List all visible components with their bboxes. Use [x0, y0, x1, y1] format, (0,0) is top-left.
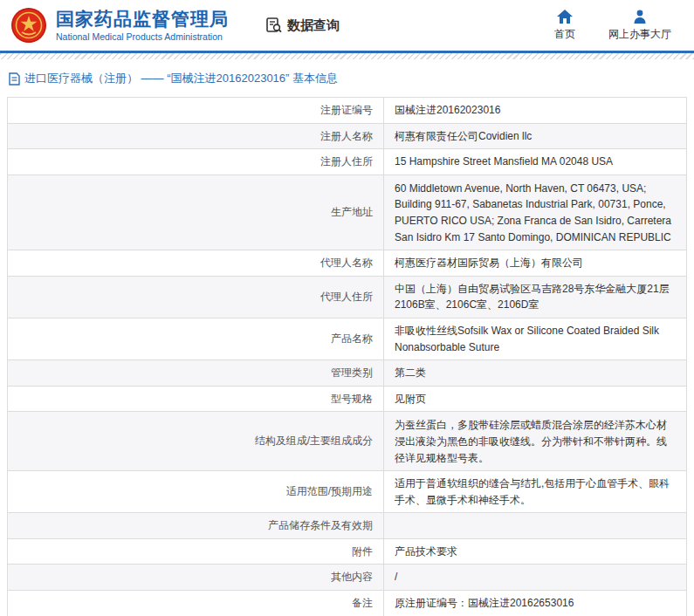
field-label: 注册证编号 — [8, 98, 383, 123]
row-attachment: 附件 产品技术要求 — [8, 539, 686, 565]
field-value: 15 Hampshire Street Mansfield MA 02048 U… — [383, 149, 686, 175]
row-agent-name: 代理人名称 柯惠医疗器材国际贸易（上海）有限公司 — [8, 250, 686, 277]
top-nav: 首页 网上办事大厅 — [554, 10, 671, 42]
field-value — [383, 513, 686, 538]
field-value: 见附页 — [383, 387, 686, 412]
field-label: 产品名称 — [8, 318, 383, 359]
national-emblem-icon — [10, 7, 47, 44]
field-label: 适用范围/预期用途 — [8, 471, 383, 512]
field-value: / — [383, 565, 686, 590]
field-value: 柯惠医疗器材国际贸易（上海）有限公司 — [383, 250, 686, 276]
field-value: 中国（上海）自由贸易试验区马吉路28号东华金融大厦21层2106B室、2106C… — [383, 277, 686, 318]
field-label: 其他内容 — [8, 565, 383, 590]
row-product-name: 产品名称 非吸收性丝线Sofsilk Wax or Silicone Coate… — [8, 318, 686, 360]
field-label: 生产地址 — [8, 175, 383, 250]
nmpa-emblem-logo[interactable] — [10, 7, 47, 44]
field-label: 结构及组成/主要组成成分 — [8, 412, 383, 470]
field-label: 产品储存条件及有效期 — [8, 513, 383, 538]
field-value: 非吸收性丝线Sofsilk Wax or Silicone Coated Bra… — [383, 318, 686, 359]
nav-online-hall-label: 网上办事大厅 — [608, 27, 671, 42]
field-value: 第二类 — [383, 360, 686, 386]
field-value: 适用于普通软组织的缝合与结扎,包括用于心血管手术、眼科手术、显微手术和神经手术。 — [383, 471, 686, 512]
field-value: 国械注进20162023016 — [383, 98, 686, 123]
row-management-class: 管理类别 第二类 — [8, 360, 686, 387]
registration-info-table: 注册证编号 国械注进20162023016 注册人名称 柯惠有限责任公司Covi… — [7, 97, 687, 616]
field-label: 型号规格 — [8, 387, 383, 412]
breadcrumb: 进口医疗器械（注册） —— “国械注进20162023016” 基本信息 — [0, 59, 694, 97]
row-agent-address: 代理人住所 中国（上海）自由贸易试验区马吉路28号东华金融大厦21层2106B室… — [8, 277, 686, 318]
agency-name-en: National Medical Products Administration — [56, 31, 229, 42]
field-value: 为蚕丝蛋白，多股带硅涂层或蜡质混合涂层的经洋苏木心材浸出液染为黑色的非吸收缝线。… — [383, 412, 686, 470]
field-value: 60 Middletown Avenue, North Haven, CT 06… — [383, 175, 686, 250]
row-storage-validity: 产品储存条件及有效期 — [8, 513, 686, 539]
nav-item-online-hall[interactable]: 网上办事大厅 — [608, 10, 671, 42]
row-registrant-address: 注册人住所 15 Hampshire Street Mansfield MA 0… — [8, 149, 686, 175]
agency-name-cn: 国家药品监督管理局 — [56, 9, 229, 29]
nav-item-home[interactable]: 首页 — [554, 10, 575, 42]
field-value: 产品技术要求 — [383, 539, 686, 565]
field-label: 注册人住所 — [8, 149, 383, 175]
home-icon — [557, 10, 573, 24]
person-icon — [633, 10, 647, 24]
agency-title-block: 国家药品监督管理局 National Medical Products Admi… — [56, 9, 229, 41]
field-label: 管理类别 — [8, 360, 383, 386]
data-query-label: 数据查询 — [287, 17, 340, 34]
field-value: 原注册证编号：国械注进20162653016 — [383, 591, 686, 616]
field-label: 备注 — [8, 591, 383, 616]
header-hatch-band — [0, 53, 694, 59]
row-remarks: 备注 原注册证编号：国械注进20162653016 — [8, 591, 686, 616]
document-icon — [9, 72, 20, 86]
field-label: 代理人住所 — [8, 277, 383, 318]
page-header: 国家药品监督管理局 National Medical Products Admi… — [0, 0, 694, 51]
data-query-doc-search-icon — [265, 17, 283, 34]
nav-home-label: 首页 — [554, 27, 575, 42]
row-registration-number: 注册证编号 国械注进20162023016 — [8, 98, 686, 124]
field-label: 代理人名称 — [8, 250, 383, 276]
row-model-spec: 型号规格 见附页 — [8, 387, 686, 413]
row-composition: 结构及组成/主要组成成分 为蚕丝蛋白，多股带硅涂层或蜡质混合涂层的经洋苏木心材浸… — [8, 412, 686, 471]
field-label: 附件 — [8, 539, 383, 565]
row-other-content: 其他内容 / — [8, 565, 686, 591]
breadcrumb-text: 进口医疗器械（注册） —— “国械注进20162023016” 基本信息 — [24, 71, 338, 86]
row-intended-use: 适用范围/预期用途 适用于普通软组织的缝合与结扎,包括用于心血管手术、眼科手术、… — [8, 471, 686, 513]
field-label: 注册人名称 — [8, 124, 383, 149]
row-registrant-name: 注册人名称 柯惠有限责任公司Covidien llc — [8, 124, 686, 150]
data-query-nav[interactable]: 数据查询 — [265, 17, 340, 34]
field-value: 柯惠有限责任公司Covidien llc — [383, 124, 686, 149]
row-production-address: 生产地址 60 Middletown Avenue, North Haven, … — [8, 175, 686, 250]
